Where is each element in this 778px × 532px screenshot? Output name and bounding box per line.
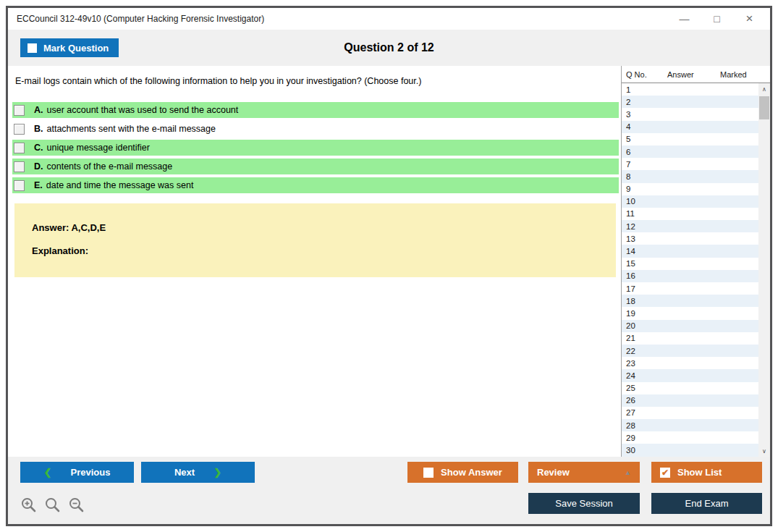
question-list-scrollbar[interactable]: ∧ ∨ <box>758 83 770 457</box>
question-list-row[interactable]: 22 <box>622 345 758 357</box>
scrollbar-thumb[interactable] <box>759 96 769 119</box>
question-list-row[interactable]: 20 <box>622 320 758 332</box>
question-list-row[interactable]: 10 <box>622 195 758 208</box>
scroll-up-icon[interactable]: ∧ <box>758 83 770 95</box>
zoom-out-icon[interactable] <box>68 497 85 514</box>
question-text: E-mail logs contain which of the followi… <box>15 76 621 86</box>
question-list-row[interactable]: 1 <box>622 83 758 96</box>
save-session-button[interactable]: Save Session <box>528 493 640 514</box>
row-qno: 26 <box>626 396 667 405</box>
caret-up-icon: ▲ <box>625 469 631 476</box>
close-icon[interactable]: × <box>733 8 766 30</box>
previous-button[interactable]: ❮ Previous <box>20 462 134 483</box>
question-list-row[interactable]: 18 <box>622 295 758 307</box>
row-qno: 11 <box>626 209 667 218</box>
row-qno: 21 <box>626 334 667 342</box>
row-qno: 3 <box>626 110 667 119</box>
title-bar: ECCouncil 312-49v10 (Computer Hacking Fo… <box>8 8 770 30</box>
option-checkbox[interactable] <box>14 161 25 172</box>
show-answer-checkbox[interactable] <box>423 468 434 478</box>
answer-option[interactable]: C. unique message identifier <box>12 140 619 156</box>
question-list-row[interactable]: 27 <box>622 407 758 419</box>
answer-option[interactable]: D. contents of the e-mail message <box>12 159 619 174</box>
answer-option[interactable]: A. user account that was used to send th… <box>12 102 619 118</box>
option-checkbox[interactable] <box>14 143 25 153</box>
question-list-row[interactable]: 11 <box>622 208 758 220</box>
question-counter: Question 2 of 12 <box>8 30 770 66</box>
chevron-left-icon: ❮ <box>44 467 52 478</box>
window-title: ECCouncil 312-49v10 (Computer Hacking Fo… <box>17 14 264 24</box>
review-label: Review <box>537 467 570 478</box>
scroll-down-icon[interactable]: ∨ <box>758 445 770 457</box>
question-list-row[interactable]: 16 <box>622 270 758 282</box>
option-text: date and time the message was sent <box>46 180 194 190</box>
explanation-label: Explanation: <box>32 245 616 256</box>
question-list-row[interactable]: 12 <box>622 220 758 232</box>
question-list-row[interactable]: 2 <box>622 96 758 108</box>
row-qno: 5 <box>626 135 667 143</box>
checkmark-icon: ✔ <box>661 468 669 477</box>
question-list-row[interactable]: 9 <box>622 183 758 195</box>
question-list-row[interactable]: 24 <box>622 369 758 381</box>
next-button[interactable]: Next ❯ <box>141 462 255 483</box>
window-controls: — □ × <box>668 8 766 30</box>
question-list-row[interactable]: 14 <box>622 245 758 257</box>
question-list-row[interactable]: 29 <box>622 431 758 444</box>
previous-label: Previous <box>70 467 110 478</box>
question-list-row[interactable]: 15 <box>622 258 758 270</box>
question-list-row[interactable]: 28 <box>622 419 758 431</box>
option-checkbox[interactable] <box>14 124 25 135</box>
column-header-answer: Answer <box>667 70 720 79</box>
minimize-icon[interactable]: — <box>668 8 701 30</box>
row-qno: 25 <box>626 384 667 392</box>
row-qno: 14 <box>626 247 667 256</box>
mark-question-label: Mark Question <box>43 43 109 54</box>
column-header-marked: Marked <box>720 70 770 79</box>
show-answer-button[interactable]: Show Answer <box>407 462 518 483</box>
option-letter: B. <box>34 124 43 134</box>
mark-question-button[interactable]: Mark Question <box>20 38 119 57</box>
option-checkbox[interactable] <box>14 180 25 191</box>
option-checkbox[interactable] <box>14 105 25 116</box>
zoom-tools <box>20 497 85 514</box>
question-rows: 1 2 3 4 5 6 7 8 9 <box>622 83 758 457</box>
zoom-icon[interactable] <box>44 497 62 514</box>
question-list-row[interactable]: 26 <box>622 394 758 407</box>
question-list-row[interactable]: 30 <box>622 444 758 456</box>
option-text: user account that was used to send the a… <box>47 105 239 115</box>
zoom-in-icon[interactable] <box>20 497 38 514</box>
question-list-row[interactable]: 21 <box>622 332 758 345</box>
end-exam-label: End Exam <box>685 498 729 509</box>
option-letter: C. <box>34 143 43 153</box>
question-list-row[interactable]: 5 <box>622 133 758 145</box>
row-qno: 8 <box>626 172 667 181</box>
question-list-row[interactable]: 13 <box>622 232 758 245</box>
review-button[interactable]: Review ▲ <box>528 462 640 483</box>
question-list-row[interactable]: 6 <box>622 145 758 158</box>
question-list-row[interactable]: 3 <box>622 108 758 120</box>
row-qno: 9 <box>626 185 667 193</box>
show-list-button[interactable]: ✔ Show List <box>651 462 762 483</box>
show-list-label: Show List <box>677 467 722 478</box>
end-exam-button[interactable]: End Exam <box>651 493 762 514</box>
question-list-row[interactable]: 4 <box>622 121 758 133</box>
row-qno: 10 <box>626 197 667 206</box>
answer-option[interactable]: B. attachments sent with the e-mail mess… <box>12 121 619 137</box>
answer-option[interactable]: E. date and time the message was sent <box>12 177 619 193</box>
row-qno: 24 <box>626 371 667 380</box>
row-qno: 27 <box>626 408 667 417</box>
question-list-row[interactable]: 25 <box>622 382 758 394</box>
row-qno: 1 <box>626 85 667 94</box>
maximize-icon[interactable]: □ <box>701 8 733 30</box>
question-list-row[interactable]: 17 <box>622 282 758 295</box>
question-list-row[interactable]: 23 <box>622 357 758 369</box>
question-list: 1 2 3 4 5 6 7 8 9 <box>622 83 770 457</box>
question-list-row[interactable]: 19 <box>622 307 758 319</box>
option-text: contents of the e-mail message <box>47 161 173 172</box>
option-letter: D. <box>34 161 43 172</box>
show-list-checkbox[interactable]: ✔ <box>660 468 670 478</box>
answer-label: Answer: A,C,D,E <box>32 222 616 233</box>
question-list-row[interactable]: 7 <box>622 158 758 170</box>
question-list-row[interactable]: 8 <box>622 170 758 182</box>
mark-question-checkbox[interactable] <box>28 43 37 53</box>
